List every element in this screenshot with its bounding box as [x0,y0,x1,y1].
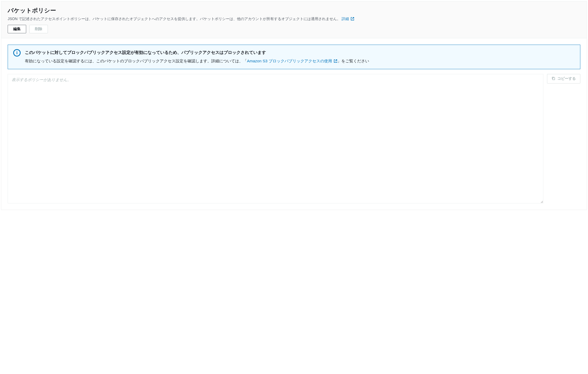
bucket-policy-panel: バケットポリシー JSON で記述されたアクセスポイントポリシーは、バケットに保… [1,1,587,210]
info-icon: i [13,49,21,57]
alert-body: 有効になっている設定を確認するには、このバケットのブロックパブリックアクセス設定… [25,58,575,65]
panel-header: バケットポリシー JSON で記述されたアクセスポイントポリシーは、バケットに保… [1,1,587,38]
svg-rect-0 [553,78,555,80]
learn-more-text: 詳細 [342,17,349,21]
info-icon-wrap: i [13,49,21,65]
policy-editor[interactable]: 表示するポリシーがありません。 [8,74,543,203]
learn-more-link[interactable]: 詳細 [342,17,354,21]
copy-button-label: コピーする [557,76,576,81]
copy-icon [552,77,555,81]
alert-body-pre: 有効になっている設定を確認するには、このバケットのブロックパブリックアクセス設定… [25,59,247,63]
block-public-access-link[interactable]: Amazon S3 ブロックパブリックアクセスの使用 [247,59,337,63]
panel-content: i このバケットに対してブロックパブリックアクセス設定が有効になっているため、パ… [1,38,587,210]
info-alert: i このバケットに対してブロックパブリックアクセス設定が有効になっているため、パ… [8,45,580,69]
external-link-icon [334,58,337,65]
info-content: このバケットに対してブロックパブリックアクセス設定が有効になっているため、パブリ… [25,49,575,65]
alert-body-post: 」をご覧ください [337,59,369,63]
policy-row: 表示するポリシーがありません。 コピーする [8,74,580,203]
description-text: JSON で記述されたアクセスポイントポリシーは、バケットに保存されたオブジェク… [8,17,341,21]
panel-description: JSON で記述されたアクセスポイントポリシーは、バケットに保存されたオブジェク… [8,16,580,22]
copy-button: コピーする [547,74,580,83]
edit-button[interactable]: 編集 [8,25,26,33]
panel-title: バケットポリシー [8,7,580,15]
action-buttons: 編集 削除 [8,25,580,33]
delete-button: 削除 [29,25,48,33]
alert-link-text: Amazon S3 ブロックパブリックアクセスの使用 [247,59,332,63]
alert-title: このバケットに対してブロックパブリックアクセス設定が有効になっているため、パブリ… [25,49,575,56]
external-link-icon [351,17,354,22]
policy-placeholder: 表示するポリシーがありません。 [12,77,71,82]
